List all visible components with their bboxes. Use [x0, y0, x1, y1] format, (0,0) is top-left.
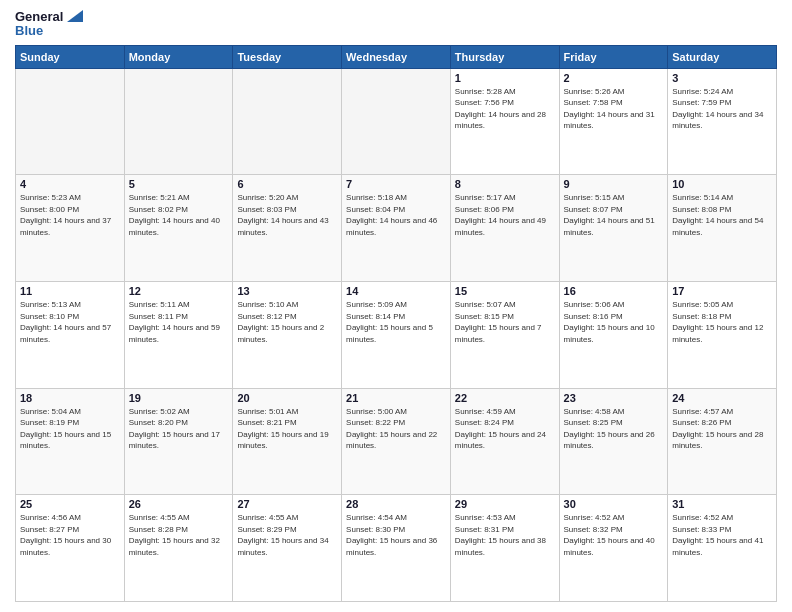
day-info: Sunrise: 5:15 AMSunset: 8:07 PMDaylight:…: [564, 192, 664, 238]
calendar-cell: [342, 68, 451, 175]
calendar-cell: 7Sunrise: 5:18 AMSunset: 8:04 PMDaylight…: [342, 175, 451, 282]
day-info: Sunrise: 5:05 AMSunset: 8:18 PMDaylight:…: [672, 299, 772, 345]
calendar-week-row: 11Sunrise: 5:13 AMSunset: 8:10 PMDayligh…: [16, 281, 777, 388]
calendar-cell: 11Sunrise: 5:13 AMSunset: 8:10 PMDayligh…: [16, 281, 125, 388]
calendar-cell: 9Sunrise: 5:15 AMSunset: 8:07 PMDaylight…: [559, 175, 668, 282]
day-info: Sunrise: 5:28 AMSunset: 7:56 PMDaylight:…: [455, 86, 555, 132]
day-info: Sunrise: 4:58 AMSunset: 8:25 PMDaylight:…: [564, 406, 664, 452]
calendar-cell: 30Sunrise: 4:52 AMSunset: 8:32 PMDayligh…: [559, 495, 668, 602]
day-number: 26: [129, 498, 229, 510]
day-info: Sunrise: 4:55 AMSunset: 8:29 PMDaylight:…: [237, 512, 337, 558]
calendar-day-header: Tuesday: [233, 45, 342, 68]
day-info: Sunrise: 4:52 AMSunset: 8:33 PMDaylight:…: [672, 512, 772, 558]
calendar-cell: 17Sunrise: 5:05 AMSunset: 8:18 PMDayligh…: [668, 281, 777, 388]
day-number: 28: [346, 498, 446, 510]
day-number: 27: [237, 498, 337, 510]
calendar-cell: 21Sunrise: 5:00 AMSunset: 8:22 PMDayligh…: [342, 388, 451, 495]
day-info: Sunrise: 5:07 AMSunset: 8:15 PMDaylight:…: [455, 299, 555, 345]
calendar-cell: [124, 68, 233, 175]
day-number: 15: [455, 285, 555, 297]
calendar-cell: 20Sunrise: 5:01 AMSunset: 8:21 PMDayligh…: [233, 388, 342, 495]
day-number: 5: [129, 178, 229, 190]
day-info: Sunrise: 4:56 AMSunset: 8:27 PMDaylight:…: [20, 512, 120, 558]
calendar-cell: 16Sunrise: 5:06 AMSunset: 8:16 PMDayligh…: [559, 281, 668, 388]
day-info: Sunrise: 5:23 AMSunset: 8:00 PMDaylight:…: [20, 192, 120, 238]
calendar-week-row: 1Sunrise: 5:28 AMSunset: 7:56 PMDaylight…: [16, 68, 777, 175]
day-number: 30: [564, 498, 664, 510]
calendar-cell: 8Sunrise: 5:17 AMSunset: 8:06 PMDaylight…: [450, 175, 559, 282]
calendar-cell: [16, 68, 125, 175]
calendar-cell: 19Sunrise: 5:02 AMSunset: 8:20 PMDayligh…: [124, 388, 233, 495]
day-info: Sunrise: 5:17 AMSunset: 8:06 PMDaylight:…: [455, 192, 555, 238]
day-number: 17: [672, 285, 772, 297]
day-info: Sunrise: 5:21 AMSunset: 8:02 PMDaylight:…: [129, 192, 229, 238]
day-number: 8: [455, 178, 555, 190]
calendar-cell: 22Sunrise: 4:59 AMSunset: 8:24 PMDayligh…: [450, 388, 559, 495]
day-number: 18: [20, 392, 120, 404]
calendar-body: 1Sunrise: 5:28 AMSunset: 7:56 PMDaylight…: [16, 68, 777, 601]
calendar-cell: 5Sunrise: 5:21 AMSunset: 8:02 PMDaylight…: [124, 175, 233, 282]
calendar-cell: 26Sunrise: 4:55 AMSunset: 8:28 PMDayligh…: [124, 495, 233, 602]
calendar-cell: 1Sunrise: 5:28 AMSunset: 7:56 PMDaylight…: [450, 68, 559, 175]
day-number: 13: [237, 285, 337, 297]
calendar-cell: 23Sunrise: 4:58 AMSunset: 8:25 PMDayligh…: [559, 388, 668, 495]
calendar-cell: 14Sunrise: 5:09 AMSunset: 8:14 PMDayligh…: [342, 281, 451, 388]
day-info: Sunrise: 5:13 AMSunset: 8:10 PMDaylight:…: [20, 299, 120, 345]
day-number: 25: [20, 498, 120, 510]
calendar-week-row: 25Sunrise: 4:56 AMSunset: 8:27 PMDayligh…: [16, 495, 777, 602]
day-info: Sunrise: 4:52 AMSunset: 8:32 PMDaylight:…: [564, 512, 664, 558]
day-info: Sunrise: 5:04 AMSunset: 8:19 PMDaylight:…: [20, 406, 120, 452]
day-info: Sunrise: 4:55 AMSunset: 8:28 PMDaylight:…: [129, 512, 229, 558]
calendar-cell: 15Sunrise: 5:07 AMSunset: 8:15 PMDayligh…: [450, 281, 559, 388]
day-info: Sunrise: 5:02 AMSunset: 8:20 PMDaylight:…: [129, 406, 229, 452]
calendar-cell: 3Sunrise: 5:24 AMSunset: 7:59 PMDaylight…: [668, 68, 777, 175]
calendar-cell: 25Sunrise: 4:56 AMSunset: 8:27 PMDayligh…: [16, 495, 125, 602]
day-number: 6: [237, 178, 337, 190]
calendar-header-row: SundayMondayTuesdayWednesdayThursdayFrid…: [16, 45, 777, 68]
header: General Blue: [15, 10, 777, 39]
calendar-day-header: Wednesday: [342, 45, 451, 68]
logo-general: General: [15, 10, 63, 24]
calendar-cell: 4Sunrise: 5:23 AMSunset: 8:00 PMDaylight…: [16, 175, 125, 282]
day-number: 1: [455, 72, 555, 84]
calendar-cell: 29Sunrise: 4:53 AMSunset: 8:31 PMDayligh…: [450, 495, 559, 602]
day-number: 31: [672, 498, 772, 510]
day-number: 10: [672, 178, 772, 190]
calendar-cell: 12Sunrise: 5:11 AMSunset: 8:11 PMDayligh…: [124, 281, 233, 388]
day-number: 4: [20, 178, 120, 190]
calendar-cell: 10Sunrise: 5:14 AMSunset: 8:08 PMDayligh…: [668, 175, 777, 282]
day-info: Sunrise: 5:09 AMSunset: 8:14 PMDaylight:…: [346, 299, 446, 345]
day-info: Sunrise: 5:26 AMSunset: 7:58 PMDaylight:…: [564, 86, 664, 132]
calendar-week-row: 18Sunrise: 5:04 AMSunset: 8:19 PMDayligh…: [16, 388, 777, 495]
day-info: Sunrise: 4:53 AMSunset: 8:31 PMDaylight:…: [455, 512, 555, 558]
day-number: 11: [20, 285, 120, 297]
day-info: Sunrise: 5:18 AMSunset: 8:04 PMDaylight:…: [346, 192, 446, 238]
day-number: 22: [455, 392, 555, 404]
day-info: Sunrise: 4:59 AMSunset: 8:24 PMDaylight:…: [455, 406, 555, 452]
day-info: Sunrise: 5:06 AMSunset: 8:16 PMDaylight:…: [564, 299, 664, 345]
day-info: Sunrise: 4:54 AMSunset: 8:30 PMDaylight:…: [346, 512, 446, 558]
logo-triangle-icon: [65, 10, 83, 24]
day-number: 12: [129, 285, 229, 297]
day-number: 23: [564, 392, 664, 404]
logo-blue: Blue: [15, 24, 43, 38]
logo: General Blue: [15, 10, 83, 39]
day-info: Sunrise: 5:10 AMSunset: 8:12 PMDaylight:…: [237, 299, 337, 345]
svg-marker-0: [67, 10, 83, 22]
calendar-cell: 13Sunrise: 5:10 AMSunset: 8:12 PMDayligh…: [233, 281, 342, 388]
calendar-day-header: Monday: [124, 45, 233, 68]
calendar-cell: 6Sunrise: 5:20 AMSunset: 8:03 PMDaylight…: [233, 175, 342, 282]
day-number: 29: [455, 498, 555, 510]
calendar-cell: 28Sunrise: 4:54 AMSunset: 8:30 PMDayligh…: [342, 495, 451, 602]
day-number: 16: [564, 285, 664, 297]
calendar-cell: 31Sunrise: 4:52 AMSunset: 8:33 PMDayligh…: [668, 495, 777, 602]
calendar-week-row: 4Sunrise: 5:23 AMSunset: 8:00 PMDaylight…: [16, 175, 777, 282]
day-info: Sunrise: 5:11 AMSunset: 8:11 PMDaylight:…: [129, 299, 229, 345]
calendar-cell: [233, 68, 342, 175]
calendar-cell: 27Sunrise: 4:55 AMSunset: 8:29 PMDayligh…: [233, 495, 342, 602]
day-info: Sunrise: 5:20 AMSunset: 8:03 PMDaylight:…: [237, 192, 337, 238]
day-number: 7: [346, 178, 446, 190]
calendar-day-header: Saturday: [668, 45, 777, 68]
day-number: 3: [672, 72, 772, 84]
day-number: 24: [672, 392, 772, 404]
